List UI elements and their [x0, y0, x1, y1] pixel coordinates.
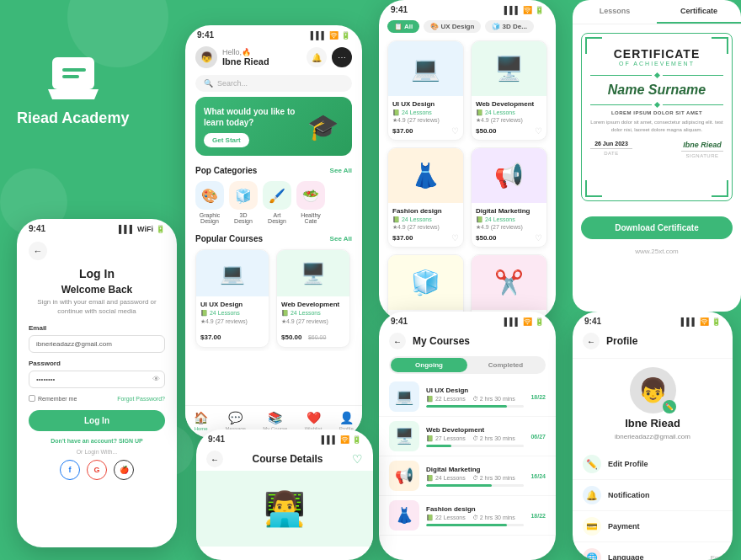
detail-status-bar: 9:41 ▌▌▌ 🛜 🔋: [196, 429, 373, 445]
profile-menu-payment[interactable]: 💳 Payment: [573, 511, 733, 542]
profile-menu-language[interactable]: 🌐 Language Eng: [573, 542, 733, 560]
cp-marketing[interactable]: 📢 Digital Marketing 📗 24 Lessons ⏱ 2 hrs…: [379, 456, 556, 496]
cp-uiux-img: 💻: [389, 381, 419, 412]
courses-status-icons: ▌▌▌ 🛜 🔋: [504, 6, 544, 14]
home-header: 👦 Hello,🔥 Ibne Riead 🔔 ⋯: [185, 41, 362, 72]
cp-uiux[interactable]: 💻 UI UX Design 📗 22 Lessons ⏱ 2 hrs 30 m…: [379, 377, 556, 417]
nav-mycourse[interactable]: 📚 My Course: [263, 411, 287, 431]
popular-see-all[interactable]: See All: [330, 235, 352, 243]
mycourses-back-btn[interactable]: ←: [389, 333, 406, 349]
facebook-login-btn[interactable]: f: [60, 460, 80, 480]
cp-uiux-lessons: 📗 22 Lessons: [426, 396, 466, 403]
signup-text: Don't have an account? SIGN UP: [29, 438, 165, 444]
filter-3d[interactable]: 🧊 3D De...: [485, 20, 534, 33]
signup-link[interactable]: SIGN UP: [119, 438, 143, 444]
cat-healthy[interactable]: 🥗 HealthyCate: [296, 181, 325, 224]
cert-corner-tr: [712, 37, 728, 54]
menu-btn[interactable]: ⋯: [332, 47, 352, 67]
google-login-btn[interactable]: G: [87, 460, 107, 480]
tab-certificate[interactable]: Certificate: [657, 0, 741, 24]
course-webdev-img: 🖥️: [277, 250, 349, 296]
nav-home-icon: 🏠: [194, 411, 208, 424]
nav-home[interactable]: 🏠 Home: [194, 411, 208, 431]
home-search-bar[interactable]: 🔍 Search...: [195, 75, 352, 92]
payment-menu-label: Payment: [608, 522, 722, 531]
detail-wishlist-icon[interactable]: ♡: [352, 452, 363, 466]
popular-course-uiux[interactable]: 💻 UI UX Design 📗 24 Lessons ★4.9 (27 rev…: [195, 249, 269, 348]
download-certificate-btn[interactable]: Download Certificate: [581, 216, 733, 239]
home-wifi-icon: 🛜: [329, 31, 339, 40]
cp-webdev-meta: 📗 27 Lessons ⏱ 2 hrs 30 mins: [426, 435, 524, 442]
cp-uiux-bar: [426, 405, 524, 408]
nav-message[interactable]: 💬 Message: [226, 411, 246, 431]
language-menu-icon: 🌐: [583, 548, 601, 560]
courses-wifi: 🛜: [523, 6, 532, 14]
detail-header: ← Course Details ♡: [196, 445, 373, 471]
nav-wishlist-icon: ❤️: [307, 411, 321, 424]
nav-mycourse-icon: 📚: [268, 411, 282, 424]
profile-edit-badge[interactable]: ✏️: [663, 400, 676, 413]
cat-3d-design[interactable]: 🧊 3DDesign: [229, 181, 258, 224]
tab-ongoing[interactable]: Ongoing: [391, 358, 467, 372]
cp-fashion-bar: [426, 524, 524, 526]
get-start-btn[interactable]: Get Start: [204, 133, 249, 147]
tab-completed[interactable]: Completed: [467, 358, 544, 372]
password-input[interactable]: [29, 371, 165, 388]
course-uiux-price: $37.00: [200, 333, 221, 341]
cat-healthy-icon: 🥗: [296, 181, 325, 210]
cat-graphic-design[interactable]: 🎨 GraphicDesign: [195, 181, 224, 224]
grid-webdev-heart[interactable]: ♡: [535, 126, 542, 136]
cp-webdev-img: 🖥️: [389, 421, 419, 451]
apple-login-btn[interactable]: 🍎: [114, 460, 134, 480]
nav-profile[interactable]: 👤 Profile: [339, 411, 354, 431]
filter-tabs: 📋 All 🎨 UX Design 🧊 3D De...: [379, 16, 556, 37]
login-back-button[interactable]: ←: [29, 242, 47, 260]
tab-lessons[interactable]: Lessons: [573, 0, 657, 24]
grid-fashion-price: $37.00: [392, 234, 413, 242]
grid-course-uiux[interactable]: 💻 UI UX Design 📗 24 Lessons ★4.9 (27 rev…: [387, 40, 464, 141]
profile-menu-edit[interactable]: ✏️ Edit Profile: [573, 449, 733, 480]
grid-marketing-heart[interactable]: ♡: [535, 233, 542, 243]
grid-course-webdev[interactable]: 🖥️ Web Development 📗 24 Lessons ★4.9 (27…: [471, 40, 547, 141]
filter-all[interactable]: 📋 All: [387, 20, 419, 33]
detail-back-btn[interactable]: ←: [206, 451, 223, 467]
password-eye-icon[interactable]: 👁: [152, 375, 160, 383]
grid-course-fashion2[interactable]: ✂️ Fashion design 📗 24 Lessons ★4.9 (27 …: [471, 254, 547, 320]
cat-healthy-label: HealthyCate: [301, 212, 321, 224]
cp-webdev-lessons: 📗 27 Lessons: [426, 435, 466, 442]
cat-3d-icon: 🧊: [229, 181, 258, 210]
cp-fashion[interactable]: 👗 Fashion design 📗 22 Lessons ⏱ 2 hrs 30…: [379, 496, 556, 536]
popular-course-webdev[interactable]: 🖥️ Web Development 📗 24 Lessons ★4.9 (27…: [276, 249, 350, 348]
profile-avatar: 👦 ✏️: [630, 367, 676, 413]
categories-title: Pop Categories: [195, 166, 257, 175]
profile-menu-notification[interactable]: 🔔 Notification: [573, 480, 733, 511]
cp-uiux-meta: 📗 22 Lessons ⏱ 2 hrs 30 mins: [426, 396, 524, 403]
home-phone: 9:41 ▌▌▌ 🛜 🔋 👦 Hello,🔥 Ibne Riead 🔔 ⋯ 🔍: [185, 25, 362, 438]
forgot-password-link[interactable]: Forgot Password?: [117, 396, 165, 402]
profile-wifi: 🛜: [700, 317, 709, 326]
filter-uxdesign[interactable]: 🎨 UX Design: [424, 20, 481, 33]
my-courses-phone: 9:41 ▌▌▌ 🛜 🔋 ← My Courses Ongoing Comple…: [379, 312, 556, 560]
cp-webdev-time: ⏱ 2 hrs 30 mins: [472, 435, 515, 441]
grid-course-3d[interactable]: 🧊 3D Illustration 📗 24 Lessons ★4.9 (27 …: [387, 254, 464, 320]
mycourses-battery: 🔋: [535, 317, 544, 326]
nav-wishlist[interactable]: ❤️ Wishlist: [305, 411, 323, 431]
grid-course-marketing[interactable]: 📢 Digital Marketing 📗 24 Lessons ★4.9 (2…: [471, 147, 547, 248]
grid-uiux-heart[interactable]: ♡: [451, 126, 459, 136]
cert-corner-bl: [585, 180, 602, 197]
banner-text: What would you like to learn today?: [204, 106, 296, 128]
categories-see-all[interactable]: See All: [330, 167, 352, 174]
remember-checkbox[interactable]: [29, 395, 35, 402]
cat-art-design[interactable]: 🖌️ ArtDesign: [263, 181, 291, 224]
course-webdev-lessons: 📗 24 Lessons: [281, 310, 345, 317]
cp-uiux-time: ⏱ 2 hrs 30 mins: [472, 396, 515, 402]
profile-back-btn[interactable]: ←: [583, 333, 600, 349]
course-webdev-title: Web Development: [281, 301, 345, 308]
grid-course-fashion[interactable]: 👗 Fashion design 📗 24 Lessons ★4.9 (27 r…: [387, 147, 464, 248]
email-input[interactable]: [29, 335, 165, 353]
cp-webdev[interactable]: 🖥️ Web Development 📗 27 Lessons ⏱ 2 hrs …: [379, 417, 556, 456]
notification-btn[interactable]: 🔔: [307, 47, 327, 67]
login-button[interactable]: Log In: [29, 410, 165, 431]
grid-fashion-heart[interactable]: ♡: [451, 233, 459, 243]
grid-fashion-meta: 📗 24 Lessons: [392, 216, 459, 223]
